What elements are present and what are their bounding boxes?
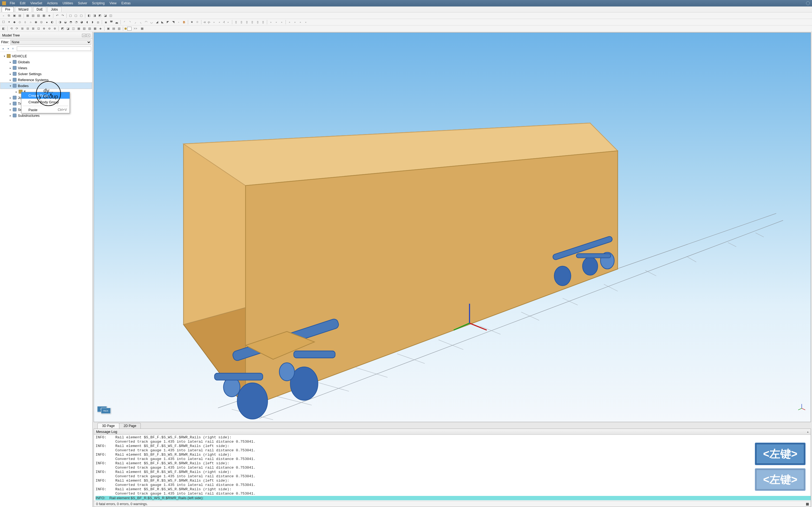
- expand-arrows[interactable]: >>: [132, 27, 139, 30]
- menu-viewset[interactable]: ViewSet: [28, 1, 44, 6]
- redo-icon[interactable]: ◈: [47, 13, 52, 18]
- chevron-right-icon[interactable]: ▸: [9, 114, 12, 117]
- u3-icon[interactable]: ⟳: [14, 26, 19, 31]
- t21-icon[interactable]: ◛: [114, 20, 119, 24]
- chevron-down-icon[interactable]: ▾: [3, 55, 6, 58]
- t38-icon[interactable]: ▫: [226, 20, 231, 24]
- u22-icon[interactable]: ▦: [140, 26, 145, 31]
- chevron-down-icon[interactable]: ▾: [9, 84, 12, 87]
- chevron-right-icon[interactable]: ▸: [9, 102, 12, 105]
- chevron-right-icon[interactable]: ▸: [9, 61, 12, 64]
- chevron-right-icon[interactable]: ▸: [9, 66, 12, 69]
- u14-icon[interactable]: ▦: [76, 26, 81, 31]
- tree-expand-icon[interactable]: ▸: [1, 47, 5, 51]
- tree-node-views[interactable]: ▸Views: [1, 65, 92, 71]
- tab-wizard[interactable]: Wizard: [15, 7, 32, 12]
- tree-node-globals[interactable]: ▸Globals: [1, 59, 92, 65]
- menu-edit[interactable]: Edit: [17, 1, 28, 6]
- t40-icon[interactable]: ▯: [239, 20, 244, 24]
- panel-float-icon[interactable]: ▱: [82, 34, 86, 37]
- u18-icon[interactable]: ◈: [98, 26, 103, 31]
- t32-icon[interactable]: ◦: [176, 20, 181, 24]
- u17-icon[interactable]: ▩: [93, 26, 97, 31]
- tab-doe[interactable]: DoE: [33, 7, 46, 12]
- t20-icon[interactable]: ◚: [109, 20, 114, 24]
- tree-collapse-icon[interactable]: ▾: [6, 47, 10, 51]
- chevron-right-icon[interactable]: ▸: [9, 72, 12, 75]
- menu-extras[interactable]: Extras: [119, 1, 133, 6]
- tree-search-input[interactable]: [17, 47, 91, 51]
- t46-icon[interactable]: ▫: [274, 20, 279, 24]
- tree-node-solver-settings[interactable]: ▸Solver Settings: [1, 71, 92, 77]
- t44-icon[interactable]: ▯: [261, 20, 265, 24]
- t9-icon[interactable]: ●: [44, 20, 49, 24]
- t41-icon[interactable]: ▯: [244, 20, 249, 24]
- save-icon[interactable]: ▣: [12, 13, 17, 18]
- tab-2d-page[interactable]: 2D Page: [119, 423, 141, 429]
- h-icon[interactable]: ◫: [108, 13, 113, 18]
- f-icon[interactable]: ◩: [97, 13, 102, 18]
- menu-utilities[interactable]: Utilities: [60, 1, 75, 6]
- t36-icon[interactable]: ▫: [212, 20, 216, 24]
- u2-icon[interactable]: ⟲: [9, 26, 14, 31]
- u12-icon[interactable]: ◪: [65, 26, 70, 31]
- menu-file[interactable]: File: [8, 1, 17, 6]
- t35-icon[interactable]: ☆: [195, 20, 200, 24]
- open-icon[interactable]: ⧉: [6, 13, 11, 18]
- t45-icon[interactable]: ▫: [268, 20, 273, 24]
- 3d-viewport[interactable]: SIM PACK: [94, 33, 811, 422]
- t11-icon[interactable]: ◑: [58, 20, 62, 24]
- t42-icon[interactable]: ▯: [250, 20, 255, 24]
- t34-icon[interactable]: ★: [190, 20, 194, 24]
- tree-node-bodies[interactable]: ▾Bodies: [1, 83, 92, 89]
- t19-icon[interactable]: ◙: [103, 20, 108, 24]
- t51-icon[interactable]: ▫: [303, 20, 308, 24]
- undo-icon[interactable]: ▩: [41, 13, 46, 18]
- t13-icon[interactable]: ◓: [68, 20, 73, 24]
- e-icon[interactable]: ◨: [92, 13, 97, 18]
- t48-icon[interactable]: ▫: [287, 20, 292, 24]
- tree-sort-icon[interactable]: ≡: [11, 47, 15, 51]
- saveall-icon[interactable]: ▤: [17, 13, 22, 18]
- t14-icon[interactable]: ◔: [74, 20, 79, 24]
- pause-icon[interactable]: ▮▮: [806, 502, 809, 506]
- t1-icon[interactable]: ☐: [1, 20, 6, 24]
- t2-icon[interactable]: ✦: [6, 20, 11, 24]
- t29-icon[interactable]: ◣: [160, 20, 165, 24]
- menu-actions[interactable]: Actions: [45, 1, 60, 6]
- menu-solver[interactable]: Solver: [76, 1, 89, 6]
- chevron-right-icon[interactable]: ▸: [9, 96, 12, 99]
- t26-icon[interactable]: ◠: [144, 20, 149, 24]
- t27-icon[interactable]: ◡: [149, 20, 154, 24]
- t39-icon[interactable]: ▯: [234, 20, 239, 24]
- color-box-icon[interactable]: [127, 27, 132, 31]
- t6-icon[interactable]: ○: [28, 20, 33, 24]
- t3-icon[interactable]: ◆: [12, 20, 17, 24]
- tab-3d-page[interactable]: 3D Page: [97, 423, 119, 429]
- t10-icon[interactable]: ◐: [50, 20, 55, 24]
- u8-icon[interactable]: ⊕: [41, 26, 46, 31]
- u20-icon[interactable]: ▤: [111, 26, 116, 31]
- t37-icon[interactable]: ▫: [217, 20, 222, 24]
- t23-icon[interactable]: ◝: [128, 20, 132, 24]
- u7-icon[interactable]: ⊡: [36, 26, 41, 31]
- tab-jobs[interactable]: Jobs: [47, 7, 61, 12]
- tree-node-reference-systems[interactable]: ▸Reference Systems: [1, 77, 92, 83]
- filter-select[interactable]: None: [10, 40, 91, 45]
- chevron-right-icon[interactable]: ▸: [9, 78, 12, 81]
- t50-icon[interactable]: ▫: [298, 20, 303, 24]
- help-icon[interactable]: [806, 1, 810, 5]
- u4-icon[interactable]: ⊞: [20, 26, 24, 31]
- t8-icon[interactable]: ◎: [39, 20, 44, 24]
- tab-pre[interactable]: Pre: [2, 7, 14, 12]
- u6-icon[interactable]: ⊠: [31, 26, 36, 31]
- t4-icon[interactable]: ◇: [17, 20, 22, 24]
- t18-icon[interactable]: ◘: [96, 20, 100, 24]
- undo2-icon[interactable]: ↶: [55, 13, 59, 18]
- u1-icon[interactable]: ◧: [1, 26, 6, 31]
- t33-icon[interactable]: B: [182, 20, 187, 24]
- menu-scripting[interactable]: Scripting: [90, 1, 107, 6]
- u9-icon[interactable]: ⊖: [47, 26, 52, 31]
- t17-icon[interactable]: ◗: [90, 20, 95, 24]
- paste-icon[interactable]: ▨: [36, 13, 41, 18]
